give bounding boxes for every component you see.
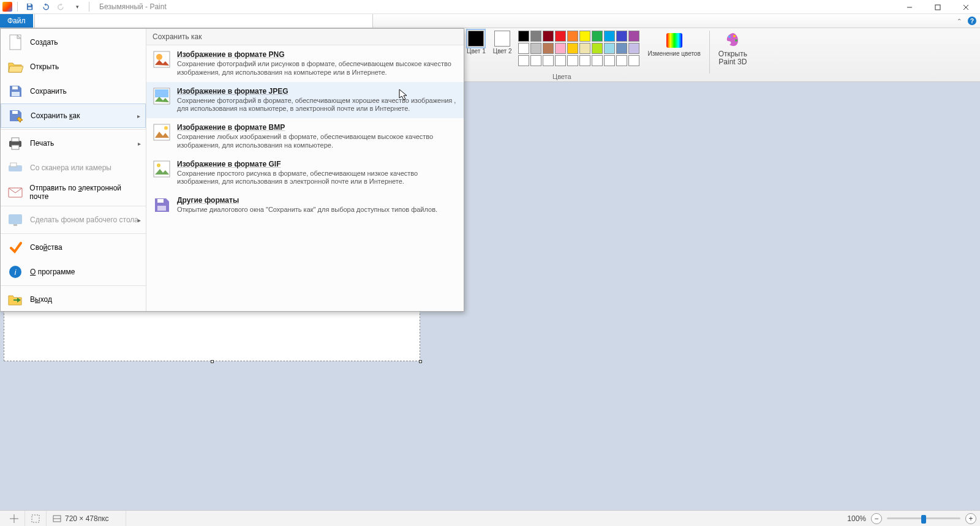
zoom-out-button[interactable]: − xyxy=(871,513,882,524)
qat-redo-button[interactable] xyxy=(55,0,68,13)
jpeg-icon xyxy=(153,87,171,105)
qat-save-button[interactable] xyxy=(23,0,36,13)
svg-rect-30 xyxy=(154,161,170,177)
format-other[interactable]: Другие форматы Открытие диалогового окна… xyxy=(146,191,464,219)
ribbon-tabs: Файл ⌃ ? xyxy=(0,14,980,28)
menu-item-wallpaper: Сделать фоном рабочего стола xyxy=(1,208,146,232)
scanner-icon xyxy=(7,159,24,176)
menu-item-scanner: Со сканера или камеры xyxy=(1,156,146,180)
svg-rect-1 xyxy=(28,7,32,9)
qat-customize-button[interactable]: ▾ xyxy=(70,0,84,13)
svg-text:i: i xyxy=(15,268,17,277)
menu-item-open[interactable]: Открыть xyxy=(1,54,146,79)
menu-item-properties[interactable]: Свойства xyxy=(1,235,146,260)
tab-file[interactable]: Файл xyxy=(0,14,33,28)
color-swatch[interactable] xyxy=(604,31,615,42)
svg-rect-33 xyxy=(157,206,166,211)
menu-item-about[interactable]: i О программе xyxy=(1,260,146,284)
svg-rect-27 xyxy=(155,89,168,97)
format-bmp[interactable]: Изображение в формате BMP Сохранение люб… xyxy=(146,118,464,155)
format-gif[interactable]: Изображение в формате GIF Сохранение про… xyxy=(146,155,464,192)
color-swatch[interactable] xyxy=(628,31,639,42)
zoom-slider[interactable] xyxy=(887,517,960,519)
color-swatch[interactable] xyxy=(555,31,566,42)
menu-item-email[interactable]: Отправить по электронной почте xyxy=(1,180,146,205)
color1-button[interactable]: Цвет 1 xyxy=(463,28,489,54)
color-swatch[interactable] xyxy=(592,55,603,66)
color-swatch[interactable] xyxy=(543,43,554,54)
qat-undo-button[interactable] xyxy=(39,0,52,13)
svg-point-31 xyxy=(157,163,160,167)
color-swatch[interactable] xyxy=(604,43,615,54)
status-selection-size xyxy=(25,511,47,526)
open-paint3d-button[interactable]: ОткрытьPaint 3D xyxy=(712,28,753,66)
mouse-cursor xyxy=(399,89,409,101)
svg-rect-21 xyxy=(13,224,17,226)
color-swatch[interactable] xyxy=(567,43,578,54)
info-icon: i xyxy=(7,263,24,280)
color-swatch[interactable] xyxy=(616,31,627,42)
svg-rect-20 xyxy=(9,214,22,224)
color-swatch[interactable] xyxy=(579,31,590,42)
menu-item-print[interactable]: Печать xyxy=(1,131,146,156)
edit-colors-button[interactable]: Изменение цветов xyxy=(642,28,707,57)
wallpaper-icon xyxy=(7,211,24,228)
color-swatch[interactable] xyxy=(604,55,615,66)
bmp-icon xyxy=(153,123,171,141)
crosshair-icon xyxy=(10,514,18,523)
open-folder-icon xyxy=(7,58,24,75)
canvas-resize-handle-se[interactable] xyxy=(419,360,422,363)
format-jpeg[interactable]: Изображение в формате JPEG Сохранение фо… xyxy=(146,82,464,119)
color-swatch[interactable] xyxy=(579,55,590,66)
color2-button[interactable]: Цвет 2 xyxy=(489,28,516,54)
svg-point-29 xyxy=(164,126,168,130)
help-button[interactable]: ? xyxy=(968,17,976,25)
color-swatch[interactable] xyxy=(567,31,578,42)
group-label-colors: Цвета xyxy=(552,73,571,80)
canvas-resize-handle-s[interactable] xyxy=(211,360,214,363)
window-title: Безымянный - Paint xyxy=(99,2,167,11)
color-palette[interactable] xyxy=(518,31,639,66)
color-swatch[interactable] xyxy=(530,43,541,54)
color-swatch[interactable] xyxy=(628,55,639,66)
color-swatch[interactable] xyxy=(518,55,529,66)
file-menu-list: Создать Открыть Сохранить Сохранить как … xyxy=(1,29,146,311)
maximize-button[interactable] xyxy=(924,0,952,14)
color-swatch[interactable] xyxy=(616,43,627,54)
save-as-header: Сохранить как xyxy=(146,29,464,45)
color-swatch[interactable] xyxy=(579,43,590,54)
minimize-button[interactable] xyxy=(895,0,924,14)
svg-rect-15 xyxy=(12,138,19,141)
save-as-submenu: Сохранить как Изображение в формате PNG … xyxy=(146,29,464,311)
format-png[interactable]: Изображение в формате PNG Сохранение фот… xyxy=(146,45,464,82)
color-swatch[interactable] xyxy=(530,55,541,66)
menu-item-save[interactable]: Сохранить xyxy=(1,79,146,103)
color-swatch[interactable] xyxy=(555,43,566,54)
canvas-size-icon xyxy=(53,514,61,523)
color-swatch[interactable] xyxy=(616,55,627,66)
svg-rect-0 xyxy=(28,4,31,6)
color-swatch[interactable] xyxy=(543,55,554,66)
close-button[interactable] xyxy=(952,0,980,14)
color-swatch[interactable] xyxy=(543,31,554,42)
menu-item-exit[interactable]: Выход xyxy=(1,287,146,312)
other-formats-icon xyxy=(153,196,171,214)
color-swatch[interactable] xyxy=(592,31,603,42)
status-canvas-size: 720 × 478пкс xyxy=(47,511,126,526)
menu-item-create[interactable]: Создать xyxy=(1,30,146,54)
color-swatch[interactable] xyxy=(555,55,566,66)
color-swatch[interactable] xyxy=(628,43,639,54)
ribbon-collapse-button[interactable]: ⌃ xyxy=(957,18,962,24)
color-swatch[interactable] xyxy=(518,43,529,54)
selection-size-icon xyxy=(31,514,40,523)
color-swatch[interactable] xyxy=(518,31,529,42)
svg-rect-13 xyxy=(12,111,18,114)
svg-point-8 xyxy=(733,35,736,37)
color-swatch[interactable] xyxy=(592,43,603,54)
exit-icon xyxy=(7,291,24,308)
color-swatch[interactable] xyxy=(530,31,541,42)
zoom-in-button[interactable]: + xyxy=(965,513,976,524)
menu-item-save-as[interactable]: Сохранить как xyxy=(1,103,146,128)
paint-app-icon xyxy=(2,2,12,12)
color-swatch[interactable] xyxy=(567,55,578,66)
